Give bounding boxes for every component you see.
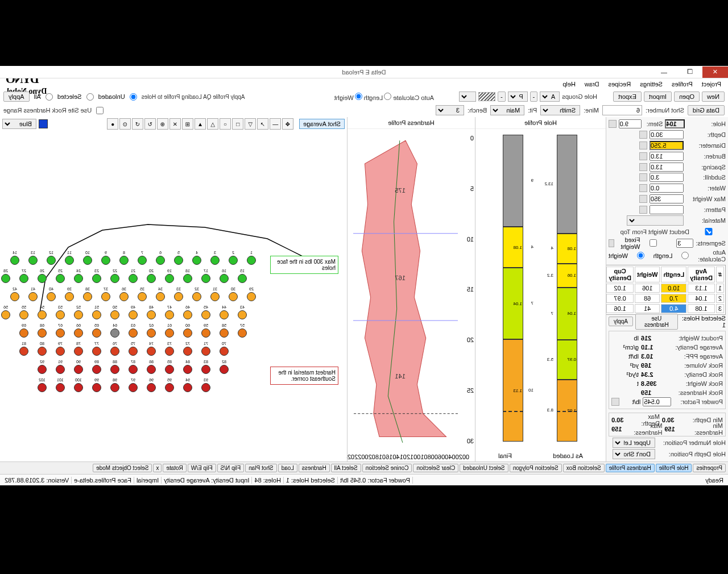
map-hole[interactable] bbox=[10, 292, 19, 301]
segments-input[interactable] bbox=[676, 239, 693, 248]
map-hole[interactable] bbox=[201, 347, 210, 356]
close-button[interactable]: ✕ bbox=[702, 66, 728, 78]
map-hole[interactable] bbox=[156, 256, 165, 265]
subdrill-input[interactable] bbox=[650, 173, 684, 182]
map-hole[interactable] bbox=[28, 256, 38, 265]
map-hole[interactable] bbox=[201, 365, 210, 374]
map-hole[interactable] bbox=[147, 310, 156, 319]
map-hole[interactable] bbox=[201, 328, 210, 338]
open-button[interactable]: Open bbox=[674, 91, 700, 102]
map-hole[interactable] bbox=[183, 328, 192, 338]
load-button[interactable]: Load bbox=[278, 464, 297, 472]
map-hole[interactable] bbox=[19, 274, 28, 283]
lock-icon[interactable] bbox=[609, 239, 614, 247]
map-hole[interactable] bbox=[56, 310, 65, 319]
lock-icon[interactable] bbox=[609, 120, 617, 128]
lock-icon[interactable] bbox=[639, 142, 647, 149]
map-hole[interactable] bbox=[74, 328, 83, 338]
map-hole[interactable] bbox=[110, 310, 119, 319]
map-hole[interactable] bbox=[74, 274, 83, 283]
map-hole[interactable] bbox=[183, 347, 192, 356]
map-hole[interactable] bbox=[201, 310, 210, 319]
map-hole[interactable] bbox=[56, 347, 65, 356]
map-hole[interactable] bbox=[247, 292, 256, 301]
map-hole[interactable] bbox=[74, 383, 83, 392]
mine-select[interactable]: Smith bbox=[540, 105, 580, 115]
map-hole[interactable] bbox=[129, 365, 138, 374]
map-hole[interactable] bbox=[129, 383, 138, 392]
color-select[interactable]: Blue bbox=[2, 119, 36, 129]
flipns-button[interactable]: Flip N/S bbox=[217, 464, 245, 472]
hole-input[interactable] bbox=[665, 119, 685, 128]
map-tool[interactable]: ✕ bbox=[169, 118, 181, 130]
map-hole[interactable] bbox=[220, 310, 229, 319]
map-hole[interactable] bbox=[229, 256, 238, 265]
len2-radio[interactable] bbox=[675, 252, 696, 259]
bench-select[interactable]: 3 bbox=[436, 105, 464, 115]
map-tool[interactable]: △ bbox=[207, 118, 218, 130]
map-hole[interactable] bbox=[92, 347, 101, 356]
selobjmode-button[interactable]: Select Objects Mode bbox=[93, 464, 152, 472]
menu-profiles[interactable]: Profiles bbox=[668, 80, 696, 89]
pattern-input[interactable] bbox=[650, 205, 684, 214]
map-hole[interactable] bbox=[110, 274, 119, 283]
map-hole[interactable] bbox=[183, 365, 192, 374]
material-select[interactable] bbox=[627, 215, 684, 226]
map-hole[interactable] bbox=[147, 274, 156, 283]
map-hole[interactable] bbox=[238, 274, 247, 283]
map-hole[interactable] bbox=[183, 310, 192, 319]
lock-icon[interactable] bbox=[639, 163, 647, 171]
map-hole[interactable] bbox=[147, 365, 156, 374]
map-hole[interactable] bbox=[110, 365, 119, 374]
map-hole[interactable] bbox=[19, 310, 28, 319]
map-hole[interactable] bbox=[28, 292, 38, 301]
all-radio[interactable] bbox=[46, 93, 53, 101]
datagrid-button[interactable]: Data Grid bbox=[688, 105, 725, 115]
map-hole[interactable] bbox=[138, 292, 147, 301]
map-hole[interactable] bbox=[74, 347, 83, 356]
rotate-button[interactable]: Rotate bbox=[163, 464, 186, 472]
map-hole[interactable] bbox=[165, 365, 174, 374]
map-tool[interactable]: ▽ bbox=[245, 118, 256, 130]
map-hole[interactable] bbox=[92, 310, 101, 319]
map-tool[interactable]: ⊞ bbox=[182, 118, 193, 130]
map-tool[interactable]: ⊙ bbox=[119, 118, 131, 130]
map-tool[interactable]: ▲ bbox=[195, 118, 206, 130]
export-button[interactable]: Export bbox=[613, 91, 642, 102]
map-hole[interactable] bbox=[119, 256, 129, 265]
shotnum-input[interactable] bbox=[602, 105, 642, 115]
depth-input[interactable] bbox=[650, 130, 684, 139]
hardprofile-button[interactable]: Hardness Profile bbox=[606, 464, 655, 472]
lock-icon[interactable] bbox=[639, 195, 647, 203]
map-hole[interactable] bbox=[201, 274, 210, 283]
hardness-button[interactable]: Hardness bbox=[299, 464, 330, 472]
map-tool[interactable]: ↻ bbox=[144, 118, 156, 130]
diameter-input[interactable] bbox=[650, 141, 684, 150]
fixed-checkbox[interactable] bbox=[642, 239, 664, 247]
holegroup-p[interactable]: P bbox=[508, 91, 528, 102]
map-hole[interactable] bbox=[38, 328, 47, 338]
unloaded-radio[interactable] bbox=[130, 93, 137, 101]
menu-project[interactable]: Project bbox=[698, 80, 725, 89]
map-hole[interactable] bbox=[129, 347, 138, 356]
map-hole[interactable] bbox=[65, 256, 74, 265]
map-hole[interactable] bbox=[165, 383, 174, 392]
map-hole[interactable] bbox=[1, 274, 10, 283]
map-hole[interactable] bbox=[165, 347, 174, 356]
new-button[interactable]: New bbox=[702, 91, 725, 102]
deduct-checkbox[interactable] bbox=[692, 228, 726, 235]
map-hole[interactable] bbox=[247, 256, 256, 265]
map-hole[interactable] bbox=[129, 274, 138, 283]
map-hole[interactable] bbox=[92, 328, 101, 338]
map-hole[interactable] bbox=[210, 292, 220, 301]
map-hole[interactable] bbox=[92, 365, 101, 374]
map-hole[interactable] bbox=[74, 365, 83, 374]
map-hole[interactable] bbox=[47, 292, 56, 301]
color-swatch[interactable] bbox=[39, 119, 48, 128]
map-hole[interactable] bbox=[38, 365, 47, 374]
map-hole[interactable] bbox=[83, 256, 92, 265]
minimize-button[interactable]: — bbox=[651, 66, 677, 78]
selpoly-button[interactable]: Selection Polygon bbox=[510, 464, 562, 472]
lock-icon[interactable] bbox=[611, 398, 619, 406]
holedepthpos-select[interactable]: Don't Show bbox=[613, 449, 655, 459]
